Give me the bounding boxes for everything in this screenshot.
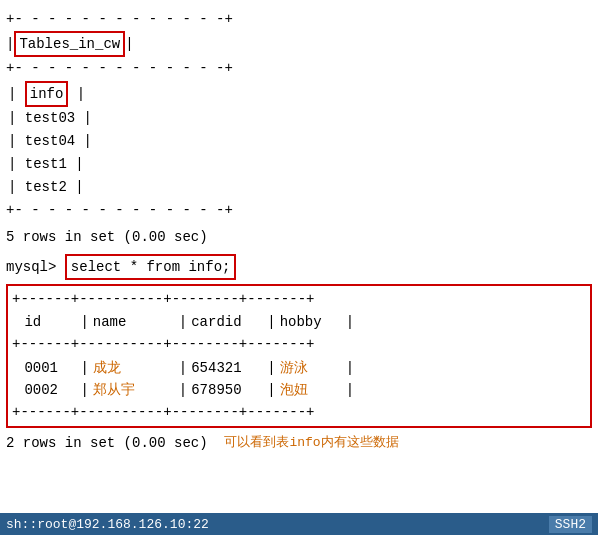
col-header-cardid: cardid xyxy=(187,311,267,333)
status-left-text: sh::root@192.168.126.10:22 xyxy=(6,517,209,532)
pipe-r1-3: | xyxy=(179,357,187,379)
table-header-prefix: | xyxy=(6,33,14,55)
pipe-r2-1 xyxy=(12,379,20,401)
list-item-info: | info | xyxy=(8,81,592,107)
table-header-row: | Tables_in_cw | xyxy=(6,31,592,57)
pipe-r1-5: | xyxy=(346,357,354,379)
info-label: info xyxy=(30,86,64,102)
col-header-hobby: hobby xyxy=(276,311,346,333)
pipe-r1-2: | xyxy=(80,357,88,379)
result-dashed-bot: +------+----------+--------+-------+ xyxy=(12,401,586,424)
tables-rows-info: 5 rows in set (0.00 sec) xyxy=(6,226,592,249)
info-box: info xyxy=(25,81,69,107)
row1-name: 成龙 xyxy=(89,357,179,379)
pipe2: | xyxy=(80,311,88,333)
result-dashed-top: +------+----------+--------+-------+ xyxy=(12,288,586,311)
list-item-prefix: | xyxy=(8,86,25,102)
dashed-line-bot: +- - - - - - - - - - - - -+ xyxy=(6,199,592,222)
dashed-line-mid: +- - - - - - - - - - - - -+ xyxy=(6,57,592,80)
result-dashed-mid: +------+----------+--------+-------+ xyxy=(12,333,586,356)
pipe-r1-1 xyxy=(12,357,20,379)
tables-header-label: Tables_in_cw xyxy=(19,36,120,52)
sql-command-box: select * from info; xyxy=(65,254,237,280)
pipe4: | xyxy=(267,311,275,333)
pipe-r1-4: | xyxy=(267,357,275,379)
mysql-prompt: mysql> xyxy=(6,256,56,278)
annotation-text: 可以看到表info内有这些数据 xyxy=(224,433,398,454)
row2-name: 郑从宇 xyxy=(89,379,179,401)
sql-command-text: select * from info; xyxy=(71,259,231,275)
pipe-r2-3: | xyxy=(179,379,187,401)
pipe1 xyxy=(12,311,20,333)
table-row: 0002 | 郑从宇 | 678950 | 泡妞 | xyxy=(12,379,586,401)
pipe5: | xyxy=(346,311,354,333)
col-header-name: name xyxy=(89,311,179,333)
dashed-line-top: +- - - - - - - - - - - - -+ xyxy=(6,8,592,31)
terminal-content: +- - - - - - - - - - - - -+ | Tables_in_… xyxy=(0,0,598,455)
pipe-r2-4: | xyxy=(267,379,275,401)
mysql-prompt-line: mysql> select * from info; xyxy=(6,254,592,280)
pipe-r2-5: | xyxy=(346,379,354,401)
table-row: 0001 | 成龙 | 654321 | 游泳 | xyxy=(12,357,586,379)
status-right-text: SSH2 xyxy=(549,516,592,533)
status-bar: sh::root@192.168.126.10:22 SSH2 xyxy=(0,513,598,535)
col-header-id: id xyxy=(20,311,80,333)
table-header-suffix: | xyxy=(125,33,133,55)
list-item-test04: | test04 | xyxy=(8,130,592,153)
list-item-suffix: | xyxy=(77,86,85,102)
row1-cardid: 654321 xyxy=(187,357,267,379)
list-item-test03: | test03 | xyxy=(8,107,592,130)
result-table-section: +------+----------+--------+-------+ id … xyxy=(6,284,592,428)
result-rows-info: 2 rows in set (0.00 sec) xyxy=(6,432,208,454)
list-item-test1: | test1 | xyxy=(8,153,592,176)
list-item-test2: | test2 | xyxy=(8,176,592,199)
spacer xyxy=(208,432,225,454)
terminal-window: +- - - - - - - - - - - - -+ | Tables_in_… xyxy=(0,0,598,535)
result-table-inner: +------+----------+--------+-------+ id … xyxy=(8,288,590,424)
row1-id: 0001 xyxy=(20,357,80,379)
row2-hobby: 泡妞 xyxy=(276,379,346,401)
row2-cardid: 678950 xyxy=(187,379,267,401)
row1-hobby: 游泳 xyxy=(276,357,346,379)
table-list-items: | info | | test03 | | test04 | | test1 |… xyxy=(6,81,592,200)
result-header-row: id | name | cardid | hobby | xyxy=(12,311,586,333)
row2-id: 0002 xyxy=(20,379,80,401)
bottom-row: 2 rows in set (0.00 sec) 可以看到表info内有这些数据 xyxy=(6,432,592,454)
pipe-r2-2: | xyxy=(80,379,88,401)
tables-list-section: +- - - - - - - - - - - - -+ | Tables_in_… xyxy=(6,8,592,250)
tables-header-box: Tables_in_cw xyxy=(14,31,125,57)
pipe3: | xyxy=(179,311,187,333)
